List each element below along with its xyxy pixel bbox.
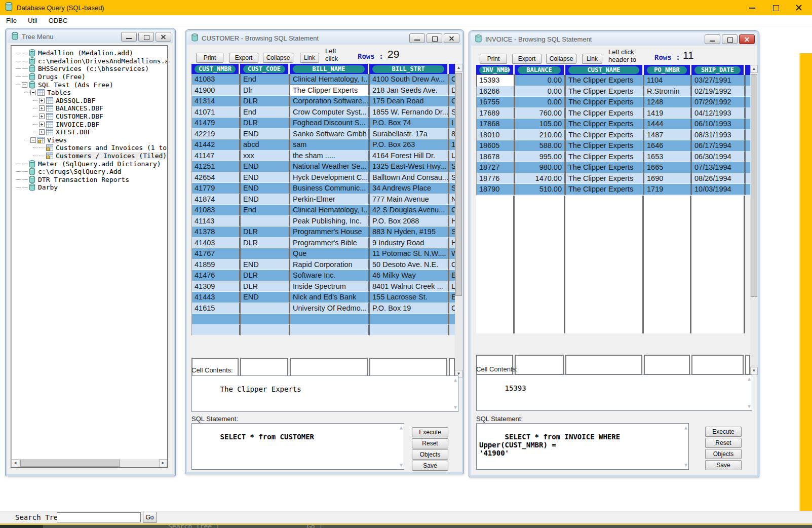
table-cell[interactable]: Crow Computer Syst... (290, 107, 370, 118)
table-cell[interactable]: Programmer's House (290, 227, 370, 238)
maximize-icon[interactable] (771, 4, 780, 12)
customer-window-titlebar[interactable]: CUSTOMER - Browsing SQL Statement (187, 31, 461, 45)
column-header[interactable]: BILL_NAME (290, 64, 368, 74)
table-cell[interactable] (290, 325, 370, 336)
save-button[interactable]: Save (705, 460, 742, 470)
table-cell[interactable]: 02/19/1992 (692, 86, 746, 97)
table-cell[interactable]: P.O. Box 19 (370, 303, 449, 314)
scroll-up-icon[interactable]: ▲ (455, 64, 462, 72)
scroll-down-icon[interactable]: ▼ (750, 367, 758, 375)
table-cell[interactable]: 41767 (192, 248, 241, 259)
table-cell[interactable]: 42654 (192, 172, 241, 183)
table-cell[interactable]: Nick and Ed's Bank (290, 292, 370, 303)
table-cell[interactable]: 155 Lacrosse St. (370, 292, 449, 303)
collapse-minus-icon[interactable] (30, 90, 36, 95)
table-cell[interactable]: The Clipper Experts (566, 97, 644, 108)
menu-util[interactable]: Util (28, 17, 37, 24)
table-cell[interactable]: 1690 (644, 173, 692, 184)
tree-window-titlebar[interactable]: Tree Menu (8, 30, 173, 43)
tree-item[interactable]: c:\drugs\SqlQuery.Add (14, 168, 167, 176)
expand-plus-icon[interactable] (39, 129, 45, 135)
table-cell[interactable]: 34 Andrews Place (370, 183, 449, 194)
footer-cell[interactable] (240, 358, 288, 378)
scroll-left-icon[interactable]: ◄ (11, 459, 19, 467)
tree-item[interactable]: SQL Test (Ads Free) (14, 81, 167, 89)
table-cell[interactable]: Clinical Hematology, I... (290, 74, 370, 85)
table-cell[interactable]: abcd (241, 139, 290, 150)
scroll-down-icon[interactable]: ▼ (684, 463, 687, 468)
table-cell[interactable]: End (241, 107, 290, 118)
table-cell[interactable]: 0.00 (515, 75, 566, 86)
vertical-scrollbar[interactable]: ▲▼ (455, 64, 462, 378)
table-cell[interactable] (241, 303, 290, 314)
maximize-button[interactable] (722, 34, 738, 44)
table-cell[interactable]: The Clipper Experts (566, 108, 644, 119)
table-cell[interactable]: 41147 (192, 150, 241, 162)
table-cell[interactable] (241, 325, 290, 336)
footer-cell[interactable] (644, 355, 690, 375)
table-cell[interactable]: DLR (241, 270, 290, 281)
tree-item[interactable]: Customers and Invoices (1 to (14, 144, 167, 152)
footer-cell[interactable] (515, 355, 564, 375)
tree-item[interactable]: BALANCES.DBF (14, 104, 167, 112)
table-cell[interactable]: The Clipper Experts (290, 85, 370, 96)
print-button[interactable]: Print (196, 53, 223, 63)
objects-button[interactable]: Objects (412, 449, 448, 460)
column-header[interactable]: CUST_CODE (240, 64, 288, 74)
tree-horizontal-scrollbar[interactable]: ◄ ► (11, 459, 167, 467)
table-cell[interactable]: P.O. Box 74 (370, 118, 449, 129)
table-cell[interactable]: END (241, 259, 290, 271)
maximize-button[interactable] (427, 33, 442, 43)
table-cell[interactable]: 42 S Douglas Avenu... (370, 205, 449, 216)
table-cell[interactable]: Peak Publishing, Inc. (290, 216, 370, 227)
table-cell[interactable]: 41143 (192, 216, 241, 227)
column-header[interactable]: SHIP_DATE (691, 65, 744, 75)
cell-contents-box[interactable]: The Clipper Experts ▲ ▼ (191, 375, 458, 412)
minimize-button[interactable] (121, 32, 137, 42)
table-cell[interactable]: 980.00 (515, 162, 566, 173)
scroll-up-icon[interactable]: ▲ (748, 376, 751, 382)
minimize-button[interactable] (705, 34, 720, 44)
table-cell[interactable]: University Of Redmo... (290, 303, 370, 314)
table-cell[interactable]: 1487 (644, 130, 692, 141)
table-cell[interactable] (241, 248, 290, 259)
table-cell[interactable]: 16266 (477, 86, 515, 97)
table-cell[interactable]: 1719 (644, 184, 692, 195)
table-cell[interactable]: The Clipper Experts (566, 140, 644, 152)
execute-button[interactable]: Execute (705, 427, 742, 437)
scroll-down-icon[interactable]: ▼ (748, 404, 751, 409)
table-cell[interactable]: 06/30/1994 (692, 152, 746, 163)
table-cell[interactable]: Hyck Development C... (290, 172, 370, 183)
collapse-minus-icon[interactable] (30, 137, 36, 143)
tree-item[interactable]: XTEST.DBF (14, 128, 167, 136)
table-cell[interactable]: 588.00 (515, 140, 566, 152)
table-cell[interactable]: DLR (241, 281, 290, 292)
table-cell[interactable]: 18790 (477, 184, 515, 195)
table-cell[interactable]: P.O. Box 263 (370, 139, 449, 150)
tree-item[interactable]: CUSTOMER.DBF (14, 112, 167, 121)
footer-cell[interactable] (691, 355, 744, 375)
table-cell[interactable]: 41083 (192, 74, 241, 85)
scrollbar-thumb[interactable] (751, 74, 757, 297)
tree-item[interactable]: Tables (14, 89, 167, 97)
close-button[interactable] (444, 33, 459, 43)
footer-cell[interactable] (565, 355, 642, 375)
table-cell[interactable] (192, 314, 241, 325)
footer-cell[interactable] (290, 358, 368, 378)
table-cell[interactable]: 995.00 (515, 152, 566, 163)
print-button[interactable]: Print (480, 54, 507, 64)
table-cell[interactable]: DLR (241, 227, 290, 238)
table-cell[interactable]: 16755 (477, 97, 515, 108)
table-cell[interactable]: END (241, 129, 290, 140)
table-cell[interactable]: 1444 (644, 119, 692, 130)
table-cell[interactable]: 1419 (644, 108, 692, 119)
menu-file[interactable]: File (6, 17, 17, 24)
table-cell[interactable]: 17868 (477, 119, 515, 130)
table-cell[interactable]: 41083 (192, 205, 241, 216)
table-cell[interactable]: 10/03/1994 (692, 184, 746, 195)
table-cell[interactable]: 41403 (192, 238, 241, 249)
table-cell[interactable]: Perkin-Elmer (290, 194, 370, 205)
column-header[interactable]: CUST_NAME (565, 65, 642, 75)
table-cell[interactable]: 0.00 (515, 97, 566, 108)
scrollbar-thumb[interactable] (455, 73, 462, 296)
